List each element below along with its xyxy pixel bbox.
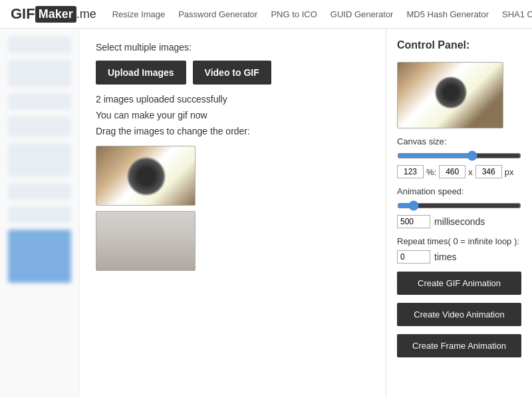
control-panel-title: Control Panel: (397, 39, 521, 51)
sidebar-ad-4 (8, 116, 71, 136)
main-layout: Select multiple images: Upload Images Vi… (0, 29, 532, 397)
select-images-label: Select multiple images: (96, 42, 370, 53)
canvas-width-input[interactable] (439, 165, 466, 178)
repeat-times-label: Repeat times( 0 = infinite loop ): (397, 236, 521, 246)
sidebar-ad-2 (8, 60, 71, 87)
video-to-gif-button[interactable]: Video to GIF (193, 61, 271, 85)
upload-status: 2 images uploaded successfully (96, 94, 370, 104)
animation-speed-section: Animation speed: milliseconds (397, 186, 521, 228)
nav-png-to-ico[interactable]: PNG to ICO (271, 9, 317, 19)
make-gif-note: You can make your gif now (96, 110, 370, 120)
upload-buttons-group: Upload Images Video to GIF (96, 61, 370, 85)
logo-me-text: .me (76, 7, 96, 21)
canvas-size-inputs: %: x px (397, 165, 521, 178)
canvas-size-section: Canvas size: %: x px (397, 136, 521, 178)
image-thumb-1[interactable] (96, 146, 196, 206)
sidebar-ad-1 (8, 37, 71, 53)
repeat-times-input[interactable] (397, 250, 430, 264)
sidebar-ad-6 (8, 183, 71, 200)
animation-speed-label: Animation speed: (397, 186, 521, 196)
milliseconds-label: milliseconds (434, 216, 485, 227)
create-gif-button[interactable]: Create GIF Animation (397, 272, 521, 295)
content-area: Select multiple images: Upload Images Vi… (80, 29, 386, 397)
sidebar-ad-5 (8, 143, 71, 176)
canvas-size-label: Canvas size: (397, 136, 521, 146)
logo-maker-text: Maker (35, 6, 76, 23)
nav-guid-generator[interactable]: GUID Generator (331, 9, 394, 19)
repeat-value-row: times (397, 250, 521, 264)
sidebar (0, 29, 80, 397)
size-x-separator: x (468, 167, 473, 177)
logo[interactable]: GIFMaker.me (11, 5, 96, 23)
percent-symbol: %: (426, 167, 436, 177)
preview-image (397, 62, 503, 128)
main-nav: Resize Image Password Generator PNG to I… (112, 9, 532, 19)
sidebar-ad-3 (8, 93, 71, 110)
image-list (96, 146, 370, 271)
logo-gif-text: GIF (11, 5, 35, 23)
nav-sha1-online[interactable]: SHA1 Online (502, 9, 532, 19)
nav-resize-image[interactable]: Resize Image (112, 9, 165, 19)
animation-speed-input[interactable] (397, 215, 430, 228)
control-panel: Control Panel: Canvas size: %: x px Anim… (386, 29, 532, 397)
drag-order-note: Drag the images to change the order: (96, 126, 370, 136)
image-thumb-2[interactable] (96, 211, 196, 271)
animation-speed-slider[interactable] (397, 200, 521, 211)
upload-images-button[interactable]: Upload Images (96, 61, 186, 85)
canvas-percent-input[interactable] (397, 165, 424, 178)
create-frame-button[interactable]: Create Frame Animation (397, 334, 521, 357)
header: GIFMaker.me Resize Image Password Genera… (0, 0, 532, 29)
times-label: times (434, 252, 456, 262)
speed-value-row: milliseconds (397, 215, 521, 228)
nav-md5-hash[interactable]: MD5 Hash Generator (406, 9, 489, 19)
sidebar-ad-8 (8, 230, 71, 283)
repeat-times-section: Repeat times( 0 = infinite loop ): times (397, 236, 521, 264)
canvas-size-slider[interactable] (397, 150, 521, 161)
px-label: px (505, 167, 514, 177)
nav-password-generator[interactable]: Password Generator (178, 9, 257, 19)
canvas-height-input[interactable] (475, 165, 502, 178)
create-video-button[interactable]: Create Video Animation (397, 303, 521, 326)
sidebar-ad-7 (8, 206, 71, 223)
